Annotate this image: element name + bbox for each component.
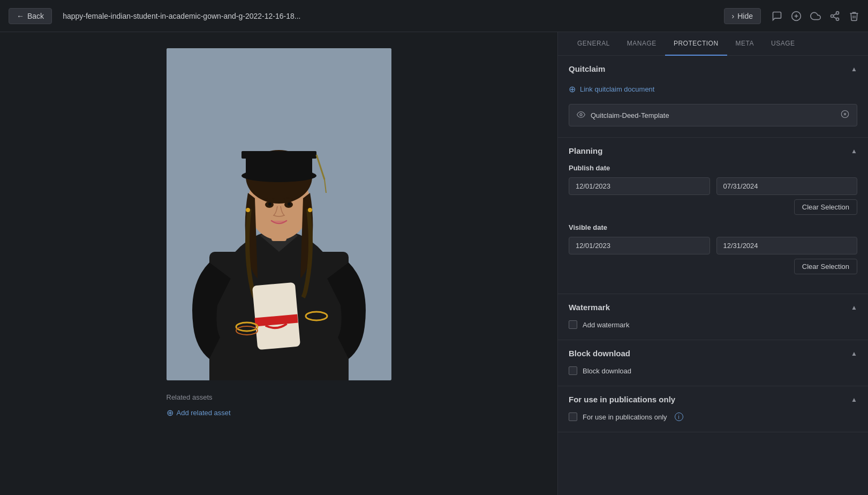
remove-quitclaim-icon[interactable] xyxy=(841,110,849,121)
link-quitclaim-button[interactable]: ⊕ Link quitclaim document xyxy=(569,82,857,96)
svg-point-30 xyxy=(580,114,582,116)
watermark-title: Watermark xyxy=(569,303,610,312)
chevron-right-icon: › xyxy=(732,12,735,20)
link-quitclaim-label: Link quitclaim document xyxy=(580,85,654,93)
svg-point-23 xyxy=(246,208,250,212)
publications-checkbox[interactable] xyxy=(569,412,577,421)
planning-content: Publish date 12/01/2023 07/31/2024 Clear… xyxy=(558,164,868,294)
left-panel: Related assets ⊕ Add related asset xyxy=(0,32,557,495)
quitclaim-section: Quitclaim ▲ ⊕ Link quitclaim document xyxy=(558,56,868,138)
add-related-button[interactable]: ⊕ Add related asset xyxy=(167,408,231,418)
tab-usage[interactable]: USAGE xyxy=(763,32,804,56)
block-download-title: Block download xyxy=(569,349,630,358)
block-download-checkbox-label: Block download xyxy=(583,367,631,375)
svg-point-22 xyxy=(288,202,291,206)
add-circle-icon[interactable] xyxy=(791,11,802,21)
related-assets-label: Related assets xyxy=(167,393,391,401)
back-label: Back xyxy=(27,12,44,20)
quitclaim-item: Quitclaim-Deed-Template xyxy=(569,104,857,126)
visible-date-row: 12/01/2023 12/31/2024 xyxy=(569,237,857,254)
visible-date-start[interactable]: 12/01/2023 xyxy=(569,237,710,254)
publications-chevron-icon: ▲ xyxy=(851,396,857,403)
visible-date-label: Visible date xyxy=(569,223,857,231)
cloud-icon[interactable] xyxy=(810,11,821,21)
watermark-checkbox[interactable] xyxy=(569,320,577,329)
watermark-checkbox-label: Add watermark xyxy=(583,321,629,329)
block-download-checkbox[interactable] xyxy=(569,366,577,375)
publish-date-label: Publish date xyxy=(569,164,857,172)
quitclaim-content: ⊕ Link quitclaim document Quitclaim-Deed… xyxy=(558,82,868,137)
publish-date-clear-row: Clear Selection xyxy=(569,199,857,215)
tab-protection[interactable]: PROTECTION xyxy=(665,32,727,56)
publications-title: For use in publications only xyxy=(569,395,675,404)
plus-circle-icon: ⊕ xyxy=(167,408,173,418)
back-arrow-icon: ← xyxy=(17,12,24,20)
clear-publish-date-button[interactable]: Clear Selection xyxy=(794,199,857,215)
quitclaim-section-header[interactable]: Quitclaim ▲ xyxy=(558,56,868,82)
svg-point-4 xyxy=(831,14,834,17)
asset-image xyxy=(167,48,391,380)
svg-line-6 xyxy=(833,17,836,18)
trash-icon[interactable] xyxy=(849,11,859,21)
quitclaim-title: Quitclaim xyxy=(569,64,605,73)
quitclaim-item-name: Quitclaim-Deed-Template xyxy=(591,111,669,119)
comment-icon[interactable] xyxy=(772,11,782,21)
svg-rect-16 xyxy=(241,151,316,159)
publications-checkbox-label: For use in publications only xyxy=(583,413,667,421)
watermark-checkbox-row: Add watermark xyxy=(569,320,857,329)
publish-date-row: 12/01/2023 07/31/2024 xyxy=(569,177,857,195)
publications-section: For use in publications only ▲ For use i… xyxy=(558,386,868,432)
add-related-label: Add related asset xyxy=(177,409,231,417)
svg-line-7 xyxy=(833,13,836,15)
block-download-checkbox-row: Block download xyxy=(569,366,857,375)
publications-content: For use in publications only i xyxy=(558,412,868,432)
block-download-content: Block download xyxy=(558,366,868,386)
planning-chevron-icon: ▲ xyxy=(851,147,857,155)
filename: happy-female-indian-student-in-academic-… xyxy=(63,12,723,20)
planning-title: Planning xyxy=(569,146,602,155)
publish-date-start[interactable]: 12/01/2023 xyxy=(569,177,710,195)
topbar-actions xyxy=(772,11,859,21)
right-panel: GENERAL MANAGE PROTECTION META USAGE Qui… xyxy=(557,32,868,495)
publish-date-end[interactable]: 07/31/2024 xyxy=(716,177,858,195)
publications-section-header[interactable]: For use in publications only ▲ xyxy=(558,386,868,412)
quitclaim-chevron-icon: ▲ xyxy=(851,65,857,73)
visible-date-clear-row: Clear Selection xyxy=(569,259,857,274)
block-download-section: Block download ▲ Block download xyxy=(558,340,868,386)
svg-point-3 xyxy=(836,11,839,14)
back-button[interactable]: ← Back xyxy=(9,8,52,24)
hide-label: Hide xyxy=(737,12,753,20)
svg-point-21 xyxy=(268,202,271,206)
block-download-section-header[interactable]: Block download ▲ xyxy=(558,340,868,366)
svg-point-5 xyxy=(836,18,839,20)
planning-section-header[interactable]: Planning ▲ xyxy=(558,138,868,164)
hide-button[interactable]: › Hide xyxy=(724,8,761,24)
share-icon[interactable] xyxy=(829,11,840,21)
tab-manage[interactable]: MANAGE xyxy=(618,32,665,56)
quitclaim-item-left: Quitclaim-Deed-Template xyxy=(577,110,669,121)
svg-point-24 xyxy=(308,208,312,212)
tab-bar: GENERAL MANAGE PROTECTION META USAGE xyxy=(558,32,868,56)
watermark-content: Add watermark xyxy=(558,320,868,340)
watermark-chevron-icon: ▲ xyxy=(851,304,857,311)
planning-section: Planning ▲ Publish date 12/01/2023 07/31… xyxy=(558,138,868,294)
watermark-section-header[interactable]: Watermark ▲ xyxy=(558,294,868,320)
publications-info-icon[interactable]: i xyxy=(675,412,683,421)
main-content: Related assets ⊕ Add related asset GENER… xyxy=(0,32,868,495)
related-assets-section: Related assets ⊕ Add related asset xyxy=(167,393,391,418)
block-download-chevron-icon: ▲ xyxy=(851,350,857,357)
watermark-section: Watermark ▲ Add watermark xyxy=(558,294,868,340)
eye-icon[interactable] xyxy=(577,110,585,121)
asset-preview xyxy=(167,48,391,380)
visible-date-end[interactable]: 12/31/2024 xyxy=(716,237,858,254)
publications-checkbox-row: For use in publications only i xyxy=(569,412,857,421)
tab-meta[interactable]: META xyxy=(727,32,763,56)
plus-icon: ⊕ xyxy=(569,84,576,94)
topbar: ← Back happy-female-indian-student-in-ac… xyxy=(0,0,868,32)
tab-general[interactable]: GENERAL xyxy=(569,32,618,56)
clear-visible-date-button[interactable]: Clear Selection xyxy=(794,259,857,274)
